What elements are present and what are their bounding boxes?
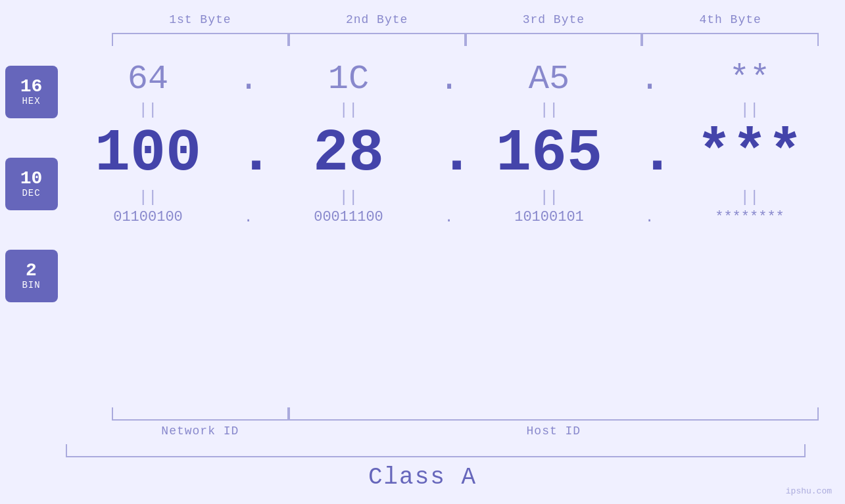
equals-1-1: || <box>58 101 239 119</box>
equals-2-2: || <box>258 189 439 206</box>
bin-byte-2: 00011100 <box>258 208 439 228</box>
dec-row: 100 . 28 . 165 . *** <box>58 120 840 187</box>
hex-sep-3: . <box>640 60 660 99</box>
hex-sep-1: . <box>239 60 258 99</box>
dec-sep-1: . <box>239 120 258 187</box>
bin-byte-1: 01100100 <box>58 208 239 228</box>
equals-row-2: || || || || <box>58 189 840 206</box>
bin-sep-1: . <box>239 210 258 226</box>
bracket-byte-3 <box>466 33 642 46</box>
bin-row: 01100100 . 00011100 . 10100101 . *******… <box>58 208 840 228</box>
equals-2-1: || <box>58 189 239 206</box>
bin-badge-label: BIN <box>22 280 40 290</box>
dec-byte-4: *** <box>660 122 840 187</box>
equals-1-3: || <box>459 101 640 119</box>
bracket-byte-2 <box>289 33 466 46</box>
equals-2-3: || <box>459 189 640 206</box>
main-container: 1st Byte 2nd Byte 3rd Byte 4th Byte 16 H… <box>0 0 845 504</box>
bin-sep-3: . <box>640 210 660 226</box>
host-id-label: Host ID <box>289 424 819 438</box>
hex-row: 64 . 1C . A5 . ** <box>58 59 840 100</box>
hex-sep-2: . <box>439 60 459 99</box>
bottom-brackets <box>26 407 819 421</box>
rows-area: 64 . 1C . A5 . ** || || || || 100 <box>58 59 840 228</box>
hex-byte-4: ** <box>660 59 840 100</box>
bin-byte-3: 10100101 <box>459 208 640 228</box>
watermark: ipshu.com <box>786 486 832 496</box>
hex-byte-3: A5 <box>459 59 640 100</box>
byte-header-2: 2nd Byte <box>289 13 466 26</box>
byte-header-3: 3rd Byte <box>466 13 642 26</box>
bin-sep-2: . <box>439 210 459 226</box>
bracket-byte-1 <box>112 33 289 46</box>
equals-1-4: || <box>660 101 840 119</box>
dec-badge-number: 10 <box>20 170 43 188</box>
dec-badge-label: DEC <box>22 188 40 198</box>
equals-row-1: || || || || <box>58 101 840 119</box>
equals-1-2: || <box>258 101 439 119</box>
hex-badge-number: 16 <box>20 78 43 96</box>
hex-badge-label: HEX <box>22 96 40 106</box>
bin-badge: 2 BIN <box>5 250 58 302</box>
equals-2-4: || <box>660 189 840 206</box>
hex-badge: 16 HEX <box>5 66 58 118</box>
dec-byte-3: 165 <box>459 122 640 187</box>
bin-badge-number: 2 <box>26 262 37 280</box>
badges-column: 16 HEX 10 DEC 2 BIN <box>5 59 58 302</box>
byte-headers-row: 1st Byte 2nd Byte 3rd Byte 4th Byte <box>26 13 819 26</box>
hex-byte-1: 64 <box>58 59 239 100</box>
main-content: 16 HEX 10 DEC 2 BIN 64 . 1C . A5 . ** <box>26 59 819 402</box>
dec-sep-3: . <box>640 120 660 187</box>
dec-byte-2: 28 <box>258 122 439 187</box>
bin-byte-4: ******** <box>660 208 840 228</box>
hex-byte-2: 1C <box>258 59 439 100</box>
byte-header-1: 1st Byte <box>112 13 289 26</box>
id-labels: Network ID Host ID <box>26 424 819 438</box>
top-bracket-row <box>26 33 819 46</box>
dec-byte-1: 100 <box>58 122 239 187</box>
bracket-byte-4 <box>642 33 819 46</box>
network-id-label: Network ID <box>112 424 289 438</box>
dec-sep-2: . <box>439 120 459 187</box>
bracket-network-id <box>112 407 289 421</box>
bracket-host-id <box>289 407 819 421</box>
dec-badge: 10 DEC <box>5 158 58 210</box>
byte-header-4: 4th Byte <box>642 13 819 26</box>
class-label: Class A <box>26 464 819 491</box>
bottom-full-bracket <box>66 444 806 457</box>
